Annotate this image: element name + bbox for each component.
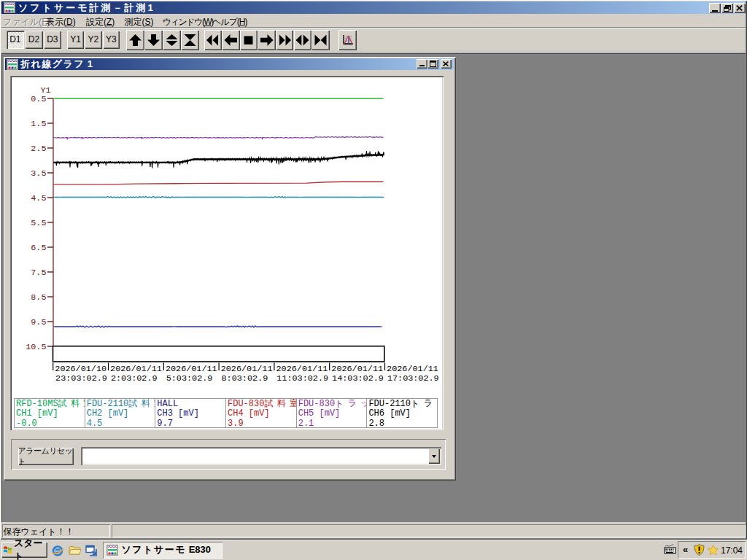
svg-text:2026/01/11: 2026/01/11	[387, 364, 438, 374]
svg-text:14:03:02.9: 14:03:02.9	[332, 373, 384, 384]
svg-text:2026/01/11: 2026/01/11	[165, 364, 217, 374]
svg-text:7.5: 7.5	[31, 268, 46, 278]
svg-text:10.5: 10.5	[26, 342, 46, 352]
svg-text:8:03:02.9: 8:03:02.9	[221, 373, 268, 384]
svg-text:2026/01/11: 2026/01/11	[331, 364, 383, 374]
svg-text:2.5: 2.5	[31, 144, 46, 154]
svg-text:6.5: 6.5	[31, 243, 46, 253]
svg-text:9.5: 9.5	[31, 317, 46, 327]
svg-text:11:03:02.9: 11:03:02.9	[276, 373, 328, 384]
svg-text:2026/01/10: 2026/01/10	[55, 364, 107, 374]
svg-text:5.5: 5.5	[31, 218, 46, 228]
svg-text:5:03:02.9: 5:03:02.9	[166, 373, 212, 384]
svg-text:17:03:02.9: 17:03:02.9	[387, 373, 438, 384]
svg-text:0.5: 0.5	[31, 94, 46, 104]
svg-text:2026/01/11: 2026/01/11	[220, 364, 272, 374]
svg-text:1.5: 1.5	[31, 119, 46, 129]
svg-text:4.5: 4.5	[31, 193, 46, 203]
svg-text:2026/01/11: 2026/01/11	[276, 364, 328, 374]
svg-text:23:03:02.9: 23:03:02.9	[55, 373, 107, 384]
svg-text:2:03:02.9: 2:03:02.9	[110, 373, 157, 384]
svg-text:8.5: 8.5	[31, 292, 46, 303]
svg-text:2026/01/11: 2026/01/11	[110, 364, 162, 374]
svg-text:3.5: 3.5	[31, 168, 46, 179]
